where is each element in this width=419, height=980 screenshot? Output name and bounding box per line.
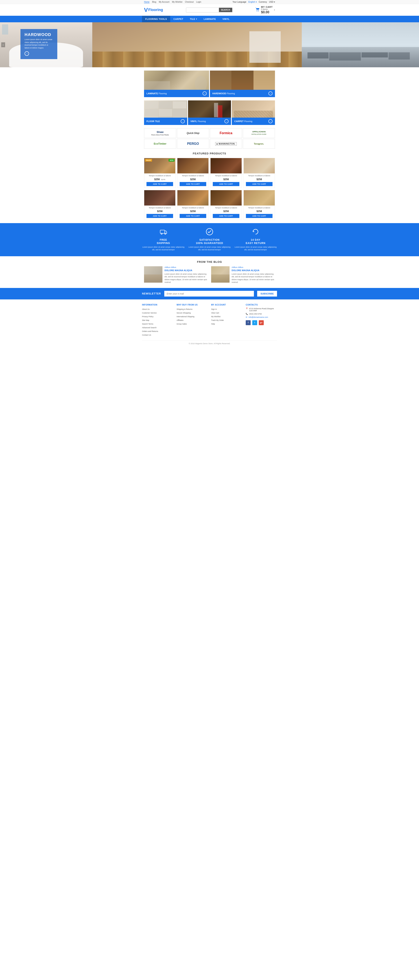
add-to-cart-btn-5[interactable]: ADD TO CART — [147, 214, 173, 218]
brand-formica[interactable]: Formica — [210, 128, 242, 138]
cat-floor-tile[interactable]: FLOOR TILE → — [144, 100, 187, 125]
footer-contacts-heading: CONTACTS — [246, 304, 277, 306]
footer-help[interactable]: Help — [211, 323, 215, 325]
cat-carpet-arrow[interactable]: → — [268, 119, 272, 123]
nav-login[interactable]: Login — [196, 1, 201, 3]
footer-advanced-search[interactable]: Advanced Search — [142, 326, 156, 329]
nav-vinyl[interactable]: VINYL — [219, 16, 233, 22]
footer-sign-in[interactable]: Sign In — [211, 308, 217, 310]
brand-ecotimber[interactable]: EcoTimber — [144, 139, 176, 149]
product-badge-sale: SALE! — [145, 159, 152, 162]
product-image-8 — [244, 190, 275, 205]
footer-contact-us[interactable]: Contact Us — [142, 334, 151, 336]
map-pin-icon: 📍 — [246, 307, 248, 310]
blog-image-1 — [144, 266, 163, 283]
currency-selector[interactable]: USD ▾ — [269, 1, 275, 3]
footer-track-order[interactable]: Track My Order — [211, 319, 224, 321]
nav-carpet[interactable]: CARPET — [170, 16, 186, 22]
blog-title-2[interactable]: DOLORE MAGNA ALIQUA — [232, 269, 275, 272]
language-selector[interactable]: English ▾ — [249, 1, 257, 3]
footer-group-sales[interactable]: Group Sales — [177, 323, 187, 325]
brands-section: Shaw Floors Since From Planks Quick·Step… — [142, 128, 277, 149]
googleplus-icon[interactable]: g+ — [259, 320, 264, 325]
add-to-cart-btn-2[interactable]: ADD TO CART — [180, 182, 206, 186]
nav-home[interactable]: Home — [144, 1, 150, 3]
blog-title-1[interactable]: DOLORE MAGNA ALIQUA — [164, 269, 208, 272]
newsletter-subscribe-btn[interactable]: SUBSCRIBE — [257, 291, 277, 296]
nav-blog[interactable]: Blog — [152, 1, 156, 3]
brand-quickstep[interactable]: Quick·Step — [177, 128, 209, 138]
cat-floor-tile-arrow[interactable]: → — [181, 119, 185, 123]
nav-myaccount[interactable]: My Account — [159, 1, 169, 3]
svg-point-4 — [165, 233, 166, 234]
footer-secure-shopping[interactable]: Secure Shopping — [177, 312, 191, 314]
add-to-cart-btn-4[interactable]: ADD TO CART — [246, 182, 272, 186]
footer-orders-returns[interactable]: Orders and Returns — [142, 330, 158, 332]
cat-vinyl[interactable]: VINYL Flooring → — [188, 100, 231, 125]
search-input[interactable] — [186, 8, 219, 12]
cat-hardwood[interactable]: HARDWOOD Flooring → — [210, 70, 275, 97]
nav-wishlist[interactable]: My Wishlist — [172, 1, 183, 3]
add-to-cart-btn-7[interactable]: ADD TO CART — [213, 214, 239, 218]
features-banner: FREESHIPPING Lorem ipsum dolor sit amet … — [0, 223, 419, 256]
footer-privacy-policy[interactable]: Privacy Policy — [142, 315, 153, 318]
logo-v: V — [144, 7, 148, 13]
cart-icon[interactable] — [255, 8, 260, 12]
twitter-icon[interactable]: t — [252, 320, 257, 325]
footer-view-cart[interactable]: View Cart — [211, 312, 219, 314]
brand-teragren[interactable]: Teragren. — [243, 139, 275, 149]
appalachian-logo: APPALACHIANINSTALLATION GUIDE — [252, 131, 266, 135]
nav-checkout[interactable]: Checkout — [185, 1, 194, 3]
language-label: Your Language — [233, 1, 246, 3]
nav-laminate[interactable]: LAMINATE — [200, 16, 219, 22]
logo-text: Flooring — [148, 8, 163, 12]
add-to-cart-btn-1[interactable]: ADD TO CART — [147, 182, 173, 186]
hero-description: Lorem ipsum dolor sit amet conae ctetur … — [25, 38, 53, 49]
add-to-cart-btn-3[interactable]: ADD TO CART — [213, 182, 239, 186]
blog-grid: Aldbus Aldbus DOLORE MAGNA ALIQUA Lorem … — [144, 266, 275, 284]
svg-rect-2 — [160, 230, 165, 233]
cat-hardwood-arrow[interactable]: → — [268, 91, 272, 95]
footer-customer-service[interactable]: Customer Service — [142, 312, 157, 314]
add-to-cart-btn-8[interactable]: ADD TO CART — [246, 214, 272, 218]
product-card-5: Tempor incididunt ut labore $258 ADD TO … — [144, 190, 175, 220]
cat-floor-tile-label: FLOOR TILE → — [144, 118, 187, 125]
address-text: 8715 Mckenna Road,Glasgow G34 9NR — [249, 307, 277, 312]
facebook-icon[interactable]: f — [246, 320, 251, 325]
hero-content: HARDWOOD Lorem ipsum dolor sit amet cona… — [21, 29, 57, 59]
cart-dropdown-arrow[interactable]: ▾ — [274, 9, 275, 11]
nav-tile[interactable]: TILE ▾ — [186, 16, 200, 22]
footer-affiliates[interactable]: Affiliates — [177, 319, 183, 321]
hero-prev-arrow[interactable]: ‹ — [1, 42, 5, 47]
footer-search-terms[interactable]: Search Terms — [142, 323, 153, 325]
brand-pergo[interactable]: PERGO — [177, 139, 209, 149]
cat-laminate-arrow[interactable]: → — [202, 91, 207, 95]
top-bar-links: Home Blog My Account My Wishlist Checkou… — [144, 1, 203, 3]
cat-carpet-label: CARPET Flooring → — [232, 118, 275, 125]
cat-laminate[interactable]: LAMINATE Flooring → — [144, 70, 209, 97]
footer-site-map[interactable]: Site Map — [142, 319, 149, 321]
footer-about-us[interactable]: About Us — [142, 308, 150, 310]
footer-shipping-returns[interactable]: Shipping & Returns — [177, 308, 193, 310]
product-price-7: $258 — [211, 210, 241, 213]
feature-satisfaction: SATISFACTION100% GUARANTEED Lorem ipsum … — [188, 228, 231, 251]
product-price-6: $258 — [178, 210, 208, 213]
search-button[interactable]: SEARCH — [219, 8, 232, 12]
footer-why-buy: WHY BUY FROM US Shipping & Returns Secur… — [177, 304, 208, 337]
product-desc-1: Tempor incididunt ut labore — [145, 175, 175, 177]
shaw-logo: Shaw Floors Since From Planks — [151, 130, 169, 136]
brand-mannington[interactable]: ■ MANNINGTON. — [210, 139, 242, 149]
cat-carpet[interactable]: CARPET Flooring → — [232, 100, 275, 125]
footer-my-wishlist[interactable]: My Wishlist — [211, 315, 221, 318]
hero-cta-arrow[interactable]: → — [25, 51, 29, 56]
footer-intl-shipping[interactable]: International Shipping — [177, 315, 194, 318]
newsletter-section: NEWSLETTER SUBSCRIBE — [0, 288, 419, 299]
nav-flooring-tools[interactable]: FLOORING TOOLS — [142, 16, 170, 22]
newsletter-email-input[interactable] — [164, 291, 254, 296]
add-to-cart-btn-6[interactable]: ADD TO CART — [180, 214, 206, 218]
brand-appalachian[interactable]: APPALACHIANINSTALLATION GUIDE — [243, 128, 275, 138]
email-link[interactable]: info@domainname.com — [249, 316, 268, 318]
cat-vinyl-arrow[interactable]: → — [225, 119, 228, 123]
site-logo[interactable]: V Flooring — [144, 7, 163, 13]
brand-shaw[interactable]: Shaw Floors Since From Planks — [144, 128, 176, 138]
